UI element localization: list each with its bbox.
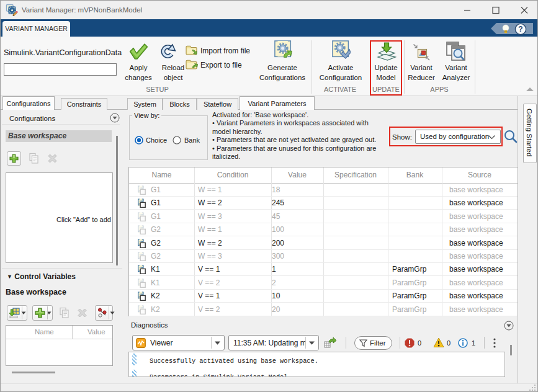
svg-text:?: ?: [518, 25, 522, 33]
